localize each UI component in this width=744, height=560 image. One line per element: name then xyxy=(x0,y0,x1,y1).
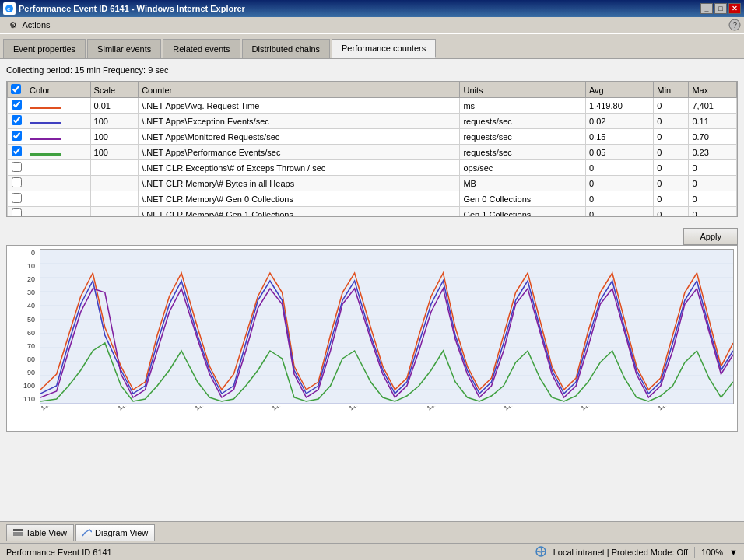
window-controls[interactable]: _ □ ✕ xyxy=(700,3,741,14)
table-body: 0.01\.NET Apps\Avg. Request Timems1,419.… xyxy=(8,98,737,218)
x-label-3: 12:07:29 PM xyxy=(271,406,275,411)
app-icon: e xyxy=(3,2,16,15)
row-avg: 0.05 xyxy=(585,145,653,160)
tab-event-properties[interactable]: Event properties xyxy=(3,39,86,58)
zoom-dropdown-icon[interactable]: ▼ xyxy=(729,548,738,557)
table-row: 0.01\.NET Apps\Avg. Request Timems1,419.… xyxy=(8,98,737,114)
row-scale xyxy=(90,191,139,207)
tab-performance-counters[interactable]: Performance counters xyxy=(332,39,436,58)
row-units: ops/sec xyxy=(460,160,586,176)
table-view-button[interactable]: Table View xyxy=(6,524,74,541)
row-scale xyxy=(90,160,139,176)
row-min: 0 xyxy=(654,114,689,129)
row-avg: 0.15 xyxy=(585,129,653,145)
row-units: Gen 0 Collections xyxy=(460,191,586,207)
row-checkbox-1[interactable] xyxy=(12,115,22,125)
svg-rect-16 xyxy=(13,532,23,534)
row-scale xyxy=(90,207,139,218)
row-checkbox-2[interactable] xyxy=(12,131,22,141)
table-row: \.NET CLR Memory\# Bytes in all HeapsMB0… xyxy=(8,176,737,191)
row-color xyxy=(26,207,91,218)
row-counter: \.NET Apps\Monitored Requests/sec xyxy=(139,129,460,145)
col-avg: Avg xyxy=(585,82,653,98)
select-all-checkbox[interactable] xyxy=(11,84,21,94)
apply-button[interactable]: Apply xyxy=(683,228,738,245)
close-button[interactable]: ✕ xyxy=(728,3,741,14)
chart-area: 110 100 90 80 70 60 50 40 30 20 10 0 xyxy=(6,245,738,432)
menu-bar: ⚙ Actions ? xyxy=(0,17,744,34)
row-min: 0 xyxy=(654,191,689,207)
row-avg: 1,419.80 xyxy=(585,98,653,114)
x-label-6: 12:11:59 PM xyxy=(503,406,507,411)
row-scale xyxy=(90,176,139,191)
row-scale: 0.01 xyxy=(90,98,139,114)
tab-distributed-chains[interactable]: Distributed chains xyxy=(242,39,330,58)
row-checkbox-cell[interactable] xyxy=(8,160,26,176)
row-checkbox-3[interactable] xyxy=(12,146,22,156)
row-avg: 0 xyxy=(585,207,653,218)
diagram-view-button[interactable]: Diagram View xyxy=(75,524,155,541)
main-content: Collecting period: 15 min Frequency: 9 s… xyxy=(0,59,744,560)
row-checkbox-cell[interactable] xyxy=(8,129,26,145)
row-max: 0 xyxy=(689,160,737,176)
row-checkbox-cell[interactable] xyxy=(8,98,26,114)
help-icon[interactable]: ? xyxy=(728,19,741,31)
table-row: 100\.NET Apps\Monitored Requests/secrequ… xyxy=(8,129,737,145)
row-checkbox-cell[interactable] xyxy=(8,191,26,207)
minimize-button[interactable]: _ xyxy=(700,3,713,14)
col-scale: Scale xyxy=(90,82,139,98)
title-bar: e Performance Event ID 6141 - Windows In… xyxy=(0,0,744,17)
svg-text:?: ? xyxy=(733,21,738,30)
status-right: Local intranet | Protected Mode: Off 100… xyxy=(535,545,738,559)
zoom-text: 100% xyxy=(701,548,723,557)
restore-button[interactable]: □ xyxy=(714,3,727,14)
x-axis: 12:02:59 PM 12:04:29 PM 12:05:59 PM 12:0… xyxy=(40,406,734,413)
svg-rect-17 xyxy=(13,534,23,536)
row-max: 7,401 xyxy=(689,98,737,114)
row-checkbox-6[interactable] xyxy=(12,193,22,203)
row-max: 0 xyxy=(689,207,737,218)
row-counter: \.NET CLR Memory\# Gen 0 Collections xyxy=(139,191,460,207)
row-max: 0.11 xyxy=(689,114,737,129)
row-checkbox-0[interactable] xyxy=(12,100,22,110)
row-checkbox-cell[interactable] xyxy=(8,176,26,191)
row-min: 0 xyxy=(654,176,689,191)
row-counter: \.NET CLR Memory\# Gen 1 Collections xyxy=(139,207,460,218)
col-units: Units xyxy=(460,82,586,98)
row-scale: 100 xyxy=(90,145,139,160)
actions-menu[interactable]: ⚙ Actions xyxy=(3,19,57,32)
row-avg: 0.02 xyxy=(585,114,653,129)
row-checkbox-cell[interactable] xyxy=(8,145,26,160)
col-counter: Counter xyxy=(139,82,460,98)
row-color xyxy=(26,160,91,176)
tab-related-events[interactable]: Related events xyxy=(163,39,240,58)
table-row: 100\.NET Apps\Exception Events/secreques… xyxy=(8,114,737,129)
row-min: 0 xyxy=(654,129,689,145)
green-line xyxy=(40,343,733,401)
row-min: 0 xyxy=(654,98,689,114)
row-avg: 0 xyxy=(585,176,653,191)
view-toggle-bar: Table View Diagram View xyxy=(0,521,744,543)
row-color xyxy=(26,176,91,191)
row-counter: \.NET Apps\Avg. Request Time xyxy=(139,98,460,114)
orange-line xyxy=(40,273,733,390)
window-title: Performance Event ID 6141 - Windows Inte… xyxy=(19,4,700,13)
row-checkbox-4[interactable] xyxy=(12,162,22,172)
tab-strip: Event properties Similar events Related … xyxy=(0,34,744,59)
row-units: requests/sec xyxy=(460,129,586,145)
tab-similar-events[interactable]: Similar events xyxy=(87,39,161,58)
counters-table-wrapper[interactable]: Color Scale Counter Units Avg Min Max 0.… xyxy=(6,81,738,217)
row-max: 0.70 xyxy=(689,129,737,145)
row-checkbox-cell[interactable] xyxy=(8,114,26,129)
row-checkbox-cell[interactable] xyxy=(8,207,26,218)
table-row: \.NET CLR Memory\# Gen 1 CollectionsGen … xyxy=(8,207,737,218)
row-checkbox-7[interactable] xyxy=(12,208,22,217)
table-row: \.NET CLR Exceptions\# of Exceps Thrown … xyxy=(8,160,737,176)
row-counter: \.NET Apps\Exception Events/sec xyxy=(139,114,460,129)
x-label-5: 12:10:29 PM xyxy=(426,406,430,411)
row-min: 0 xyxy=(654,160,689,176)
x-label-0: 12:02:59 PM xyxy=(40,406,44,411)
row-checkbox-5[interactable] xyxy=(12,177,22,187)
row-color xyxy=(26,191,91,207)
col-min: Min xyxy=(654,82,689,98)
